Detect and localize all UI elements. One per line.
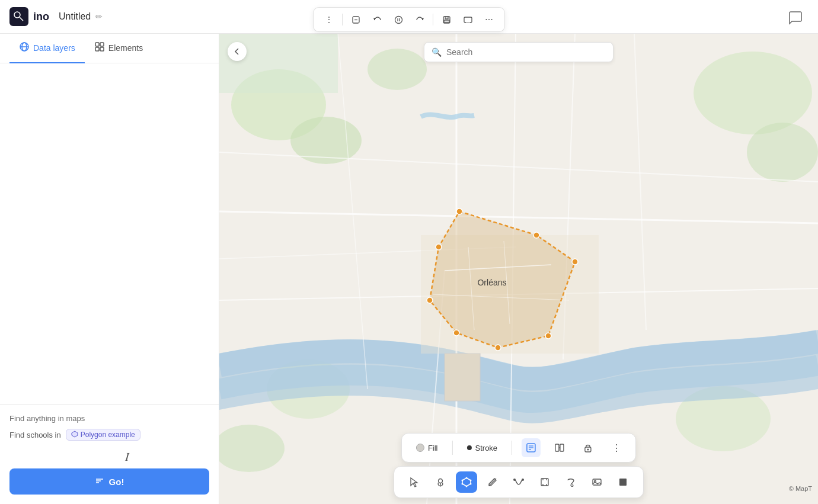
- svg-point-75: [462, 480, 464, 481]
- polygon-split-btn[interactable]: [550, 438, 569, 457]
- svg-rect-11: [466, 20, 470, 23]
- go-label: Go!: [109, 477, 124, 487]
- svg-marker-19: [72, 431, 78, 437]
- logo-icon: [9, 7, 28, 26]
- svg-point-71: [470, 480, 472, 481]
- tab-elements-label: Elements: [108, 43, 143, 53]
- svg-text:Orléans: Orléans: [477, 278, 506, 287]
- panel-tabs: Data layers Elements: [0, 34, 219, 63]
- ai-polygon-chip[interactable]: Polygon example: [66, 429, 140, 441]
- logo-area: ino: [9, 7, 49, 26]
- svg-rect-64: [560, 444, 564, 451]
- stroke-color-swatch[interactable]: [467, 445, 472, 450]
- svg-point-72: [470, 483, 472, 485]
- svg-point-28: [694, 52, 812, 134]
- svg-point-46: [456, 208, 462, 214]
- svg-point-73: [466, 486, 468, 487]
- polygon-more-btn[interactable]: ⋮: [607, 438, 626, 457]
- toolbar-options-btn[interactable]: ⋯: [481, 11, 497, 28]
- svg-point-52: [427, 297, 433, 303]
- polygon-chip-icon: [71, 431, 78, 439]
- fill-color-swatch[interactable]: [416, 444, 424, 452]
- svg-point-67: [587, 449, 589, 451]
- tab-data-layers-label: Data layers: [33, 43, 75, 53]
- fill-tool[interactable]: Fill: [411, 441, 443, 455]
- draw-lasso-btn[interactable]: [560, 471, 581, 493]
- svg-rect-17: [95, 47, 99, 51]
- svg-point-68: [439, 479, 443, 483]
- toolbar-undo-btn[interactable]: [369, 11, 385, 28]
- ai-suggestion-prefix: Find schools in: [9, 431, 61, 439]
- svg-rect-86: [619, 479, 627, 486]
- draw-frame-btn[interactable]: [534, 471, 555, 493]
- title-area: Untitled ✏: [59, 11, 103, 22]
- tab-elements[interactable]: Elements: [85, 34, 152, 63]
- svg-rect-9: [444, 20, 449, 23]
- svg-rect-8: [445, 17, 448, 19]
- elements-icon: [94, 41, 105, 54]
- draw-route-btn[interactable]: [508, 471, 529, 493]
- svg-rect-15: [95, 43, 99, 46]
- fill-label: Fill: [428, 444, 438, 452]
- toolbar-more-btn[interactable]: ⋮: [321, 11, 337, 28]
- edit-title-icon[interactable]: ✏: [95, 12, 103, 21]
- svg-rect-16: [100, 43, 104, 46]
- map-watermark: © MapT: [789, 485, 812, 492]
- svg-rect-18: [100, 47, 104, 51]
- toolbar-redo-btn[interactable]: [411, 11, 428, 28]
- map-search-input[interactable]: [446, 47, 606, 57]
- svg-point-77: [513, 479, 516, 481]
- map-area[interactable]: Orléans 🔍 Fill Stroke: [219, 34, 818, 504]
- stroke-label: Stroke: [475, 444, 498, 452]
- stroke-tool[interactable]: Stroke: [462, 441, 503, 455]
- center-toolbar: ⋮: [313, 7, 505, 32]
- svg-marker-69: [462, 478, 471, 486]
- svg-point-53: [436, 244, 442, 250]
- search-icon: 🔍: [432, 47, 442, 57]
- svg-rect-63: [555, 444, 559, 451]
- svg-point-29: [747, 123, 818, 182]
- collapse-panel-btn[interactable]: [228, 42, 247, 61]
- svg-rect-79: [541, 479, 548, 486]
- cursor-icon: 𝐼: [125, 450, 129, 464]
- svg-point-51: [453, 330, 459, 336]
- svg-point-47: [533, 232, 539, 238]
- toolbar-divider-2: [433, 14, 433, 25]
- map-search-area: 🔍: [255, 42, 782, 62]
- draw-image-btn[interactable]: [586, 471, 608, 493]
- toolbar-save-btn[interactable]: [438, 11, 455, 28]
- ai-chip-label: Polygon example: [81, 431, 135, 439]
- chat-icon[interactable]: [785, 7, 806, 28]
- toolbar-share-btn[interactable]: [459, 11, 476, 28]
- panel-content: [0, 63, 219, 404]
- svg-line-1: [20, 17, 23, 21]
- draw-pencil-btn[interactable]: [482, 471, 503, 493]
- draw-shape-btn[interactable]: [612, 471, 634, 493]
- go-icon: [95, 476, 104, 487]
- logo-text: ino: [33, 11, 49, 23]
- ai-title: Find anything in maps: [9, 414, 209, 423]
- svg-point-70: [466, 477, 468, 479]
- ai-section: Find anything in maps Find schools in Po…: [0, 404, 219, 504]
- svg-point-50: [495, 345, 501, 351]
- poly-divider-2: [512, 441, 512, 455]
- toolbar-pause-btn[interactable]: [390, 11, 407, 28]
- draw-select-btn[interactable]: [404, 471, 425, 493]
- svg-point-48: [572, 259, 578, 265]
- svg-point-0: [14, 12, 20, 18]
- draw-pin-btn[interactable]: [430, 471, 451, 493]
- document-title: Untitled: [59, 11, 91, 22]
- data-layers-icon: [19, 41, 30, 54]
- toolbar-divider-1: [342, 14, 343, 25]
- poly-divider-1: [452, 441, 453, 455]
- polygon-properties-btn[interactable]: [522, 438, 541, 457]
- toolbar-edit-btn[interactable]: [347, 11, 364, 28]
- ai-suggestion: Find schools in Polygon example: [9, 429, 209, 441]
- go-button[interactable]: Go!: [9, 468, 209, 495]
- draw-polygon-btn[interactable]: [456, 471, 477, 493]
- tab-data-layers[interactable]: Data layers: [9, 34, 85, 63]
- polygon-lock-btn[interactable]: [579, 438, 597, 457]
- drawing-toolbar: [394, 466, 644, 498]
- svg-point-78: [522, 479, 524, 481]
- svg-point-74: [462, 483, 464, 485]
